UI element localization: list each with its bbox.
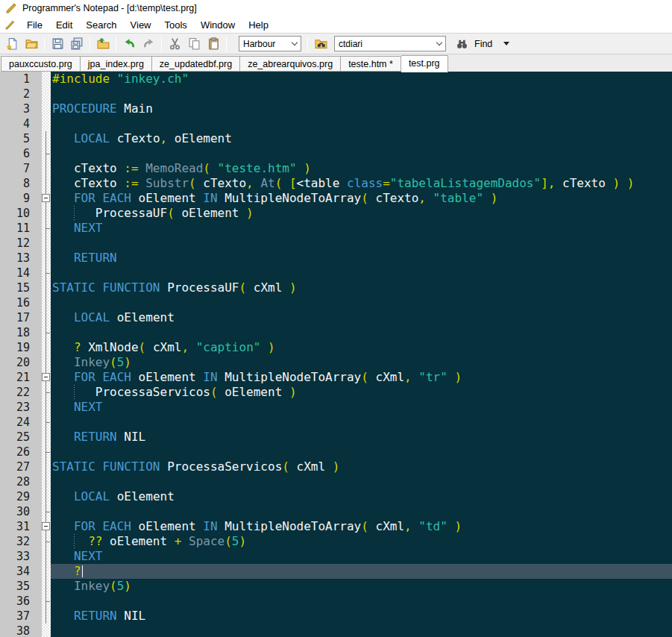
find-dropdown-icon[interactable] [503,42,509,46]
line-number[interactable]: 30 [0,504,42,519]
code-line[interactable]: ? [51,564,672,579]
cut-button[interactable] [165,35,184,53]
search-input[interactable] [339,39,428,49]
line-number[interactable]: 28 [0,474,42,489]
menu-view[interactable]: View [124,18,158,32]
line-number[interactable]: 37 [0,609,42,624]
menu-window[interactable]: Window [194,18,242,32]
line-number[interactable]: 19 [0,340,42,355]
paste-button[interactable] [204,35,223,53]
menu-search[interactable]: Search [79,18,123,32]
new-file-button[interactable] [2,35,22,53]
line-number[interactable]: 25 [0,430,42,445]
fold-collapse-icon[interactable] [42,373,50,381]
line-number[interactable]: 36 [0,594,42,609]
menu-tools[interactable]: Tools [158,18,194,32]
line-number[interactable]: 2 [0,87,42,101]
line-number[interactable]: 14 [0,266,42,280]
code-line[interactable]: ProcessaUF( oElement ) [51,206,672,221]
copy-button[interactable] [184,35,204,53]
code-line[interactable] [51,474,672,489]
line-number[interactable]: 7 [0,161,42,176]
code-line[interactable]: LOCAL cTexto, oElement [51,131,672,146]
undo-button[interactable] [119,35,139,53]
tab-ze-updatedbf-prg[interactable]: ze_updatedbf.prg [152,56,240,72]
code-line[interactable] [51,87,672,101]
line-number[interactable]: 10 [0,206,42,221]
line-number[interactable]: 20 [0,355,42,370]
code-line[interactable] [51,504,672,519]
code-line[interactable]: FOR EACH oElement IN MultipleNodeToArray… [51,191,672,206]
fold-margin-cell[interactable] [42,370,51,385]
menu-help[interactable]: Help [242,18,275,32]
line-number[interactable]: 26 [0,445,42,459]
tab-ze-abrearquivos-prg[interactable]: ze_abrearquivos.prg [240,56,341,72]
code-line[interactable]: FOR EACH oElement IN MultipleNodeToArray… [51,370,672,385]
code-line[interactable]: NEXT [51,549,672,564]
line-number[interactable]: 24 [0,415,42,430]
tab-pauxccusto-prg[interactable]: pauxccusto.prg [1,56,81,72]
line-number[interactable]: 32 [0,534,42,549]
find-in-files-button[interactable] [311,35,330,53]
code-line[interactable]: Inkey(5) [51,579,672,594]
code-line[interactable]: NEXT [51,221,672,236]
line-number[interactable]: 8 [0,176,42,191]
code-line[interactable] [51,116,672,131]
line-number[interactable]: 12 [0,236,42,251]
code-line[interactable]: ProcessaServicos( oElement ) [51,385,672,400]
fold-collapse-icon[interactable] [42,194,50,202]
line-number[interactable]: 18 [0,325,42,340]
close-file-button[interactable] [93,35,113,53]
menu-file[interactable]: File [20,18,49,32]
code-line[interactable]: RETURN NIL [51,430,672,445]
code-line[interactable]: #include "inkey.ch" [51,72,672,87]
scheme-select[interactable]: Harbour [239,36,301,51]
code-line[interactable] [51,266,672,280]
line-number[interactable]: 16 [0,295,42,310]
search-combobox[interactable] [334,36,446,51]
line-number[interactable]: 21 [0,370,42,385]
code-line[interactable]: LOCAL oElement [51,310,672,325]
code-line[interactable]: ? XmlNode( cXml, "caption" ) [51,340,672,355]
code-line[interactable]: NEXT [51,400,672,415]
line-number[interactable]: 29 [0,489,42,504]
code-line[interactable] [51,146,672,161]
line-number[interactable]: 6 [0,146,42,161]
redo-button[interactable] [139,35,158,53]
find-button[interactable] [453,35,470,53]
line-number[interactable]: 17 [0,310,42,325]
code-line[interactable] [51,594,672,609]
code-line[interactable] [51,236,672,251]
line-number[interactable]: 22 [0,385,42,400]
line-number[interactable]: 15 [0,280,42,295]
fold-margin-cell[interactable] [42,519,51,534]
code-line[interactable]: cTexto := Substr( cTexto, At( [<table cl… [51,176,672,191]
code-line[interactable] [51,445,672,459]
code-line[interactable]: ?? oElement + Space(5) [51,534,672,549]
code-line[interactable] [51,295,672,310]
code-line[interactable]: STATIC FUNCTION ProcessaUF( cXml ) [51,280,672,295]
code-line[interactable]: LOCAL oElement [51,489,672,504]
tab-jpa-index-prg[interactable]: jpa_index.prg [81,56,152,72]
menu-edit[interactable]: Edit [49,18,79,32]
line-number[interactable]: 5 [0,131,42,146]
fold-collapse-icon[interactable] [42,522,50,530]
save-button[interactable] [48,35,67,53]
line-number[interactable]: 34 [0,564,42,579]
code-line[interactable]: cTexto := MemoRead( "teste.htm" ) [51,161,672,176]
tab-teste-htm[interactable]: teste.htm * [341,56,401,72]
line-number[interactable]: 1 [0,72,42,87]
code-line[interactable]: FOR EACH oElement IN MultipleNodeToArray… [51,519,672,534]
find-label[interactable]: Find [474,39,492,49]
line-number[interactable]: 27 [0,459,42,474]
open-file-button[interactable] [22,35,41,53]
tab-test-prg[interactable]: test.prg [401,55,448,72]
line-number[interactable]: 31 [0,519,42,534]
code-line[interactable]: RETURN NIL [51,609,672,624]
code-line[interactable] [51,415,672,430]
line-number[interactable]: 11 [0,221,42,236]
code-line[interactable]: Inkey(5) [51,355,672,370]
line-number[interactable]: 23 [0,400,42,415]
line-number[interactable]: 33 [0,549,42,564]
fold-margin-cell[interactable] [42,191,51,206]
